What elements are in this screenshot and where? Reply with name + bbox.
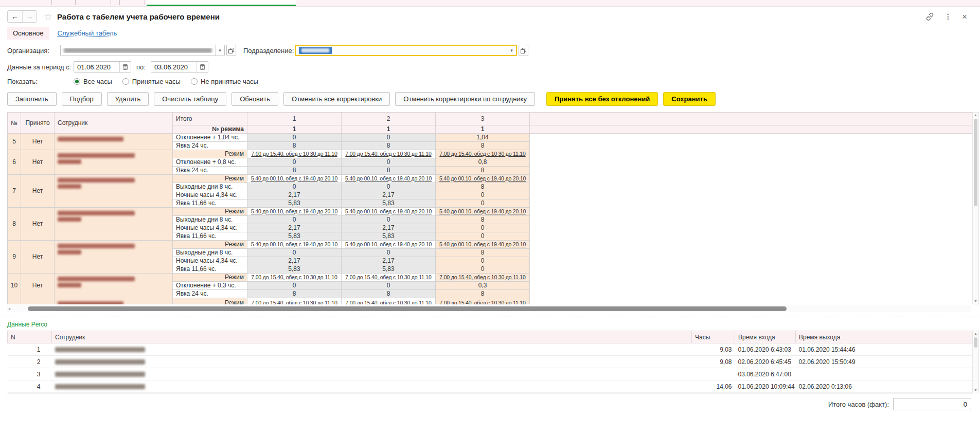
perco-row[interactable]: 414,0601.06.2020 10:09:4402.06.2020 0:13…	[8, 380, 972, 393]
value-cell[interactable]: 0	[436, 265, 530, 274]
perco-time-in-cell[interactable]: 01.06.2020 10:09:44	[735, 380, 796, 393]
organization-combo[interactable]: ▾	[60, 45, 225, 56]
perco-row[interactable]: 29,0802.06.2020 6:45:4502.06.2020 15:50:…	[8, 356, 972, 368]
row-number-cell[interactable]: 10	[8, 274, 21, 298]
perco-time-out-cell[interactable]: 02.06.2020 0:13:06	[796, 380, 972, 393]
value-cell[interactable]: 0	[436, 232, 530, 241]
back-button[interactable]: ←	[8, 11, 22, 22]
chevron-down-icon[interactable]: ▾	[507, 46, 516, 55]
toolbar-button-6[interactable]: Отменить корректировки по сотруднику	[395, 92, 535, 106]
accepted-cell[interactable]	[21, 298, 55, 305]
metric-label-cell[interactable]: Выходные дни 8 чс.	[173, 216, 247, 224]
value-cell[interactable]: 8	[436, 290, 530, 298]
perco-hours-cell[interactable]: 9,08	[692, 356, 735, 368]
metric-label-cell[interactable]: Выходные дни 8 чс.	[173, 183, 247, 191]
forward-button[interactable]: →	[22, 11, 37, 22]
perco-time-out-cell[interactable]	[796, 368, 972, 380]
metric-label-cell[interactable]: Отклонение + 0,8 чс.	[173, 158, 247, 167]
employee-cell[interactable]	[55, 150, 173, 175]
perco-employee-cell[interactable]	[52, 380, 692, 393]
perco-vertical-scrollbar[interactable]: ▲ ▼	[972, 331, 979, 393]
metric-label-cell[interactable]: Явка 11,66 чс.	[173, 199, 247, 208]
mode-value-cell[interactable]: 7.00 до 15.40, обед с 10 30 до 11.10	[247, 150, 342, 158]
mode-value-cell[interactable]: 7.00 до 15.40, обед с 10 30 до 11.10	[342, 298, 436, 305]
radio-option-1[interactable]: Принятые часы	[122, 78, 181, 85]
value-cell[interactable]: 8	[436, 183, 530, 191]
value-cell[interactable]: 8	[436, 249, 530, 257]
value-cell[interactable]: 2,17	[247, 257, 342, 265]
toolbar-button-2[interactable]: Удалить	[107, 92, 149, 106]
value-cell[interactable]: 0,3	[436, 282, 530, 290]
value-cell[interactable]: 8	[247, 167, 342, 175]
perco-row[interactable]: 303.06.2020 6:47:00	[8, 368, 972, 380]
perco-hours-cell[interactable]: 9,03	[692, 343, 735, 356]
scrollbar-thumb[interactable]	[28, 306, 787, 311]
row-number-cell[interactable]: 9	[8, 241, 21, 274]
value-cell[interactable]: 8	[436, 167, 530, 175]
employee-cell[interactable]	[55, 175, 173, 208]
perco-employee-cell[interactable]	[52, 343, 692, 356]
scrollbar-thumb[interactable]	[974, 119, 977, 206]
tab-main[interactable]: Основное	[7, 27, 49, 40]
value-cell[interactable]: 0	[342, 249, 436, 257]
metric-label-cell[interactable]: Выходные дни 8 чс.	[173, 249, 247, 257]
accepted-cell[interactable]: Нет	[21, 241, 55, 274]
perco-time-in-cell[interactable]: 01.06.2020 6:43:03	[735, 343, 796, 356]
perco-employee-cell[interactable]	[52, 356, 692, 368]
metric-label-cell[interactable]: Режим	[173, 150, 247, 158]
perco-employee-cell[interactable]	[52, 368, 692, 380]
close-icon[interactable]: ×	[962, 12, 967, 21]
row-number-cell[interactable]	[8, 298, 21, 305]
mode-value-cell[interactable]: 5.40 до 00.10, обед с 19.40 до 20.10	[342, 175, 436, 183]
organization-open-button[interactable]	[226, 45, 236, 56]
scroll-down-icon[interactable]: ▼	[974, 299, 977, 304]
radio-option-0[interactable]: Все часы	[74, 78, 112, 85]
value-cell[interactable]: 5,83	[247, 199, 342, 208]
mode-value-cell[interactable]: 5.40 до 00.10, обед с 19.40 до 20.10	[247, 241, 342, 249]
department-open-button[interactable]	[519, 45, 528, 56]
mode-value-cell[interactable]: 7.00 до 15.40, обед с 10 30 до 11.10	[247, 298, 342, 305]
row-number-cell[interactable]: 7	[8, 175, 21, 208]
accent-button-0[interactable]: Принять все без отклонений	[546, 92, 658, 106]
metric-label-cell[interactable]: Режим	[173, 298, 247, 305]
timesheet-vertical-scrollbar[interactable]: ▲ ▼	[972, 112, 979, 304]
mode-value-cell[interactable]: 5.40 до 00.10, обед с 19.40 до 20.10	[436, 208, 530, 216]
value-cell[interactable]: 0	[436, 191, 530, 199]
timesheet-horizontal-scrollbar[interactable]: ◂	[7, 305, 971, 312]
value-cell[interactable]: 8	[247, 142, 342, 150]
value-cell[interactable]: 8	[342, 167, 436, 175]
metric-label-cell[interactable]: Ночные часы 4,34 чс.	[173, 257, 247, 265]
value-cell[interactable]: 8	[342, 290, 436, 298]
accent-button-1[interactable]: Сохранить	[663, 92, 716, 106]
value-cell[interactable]: 1,04	[436, 134, 530, 142]
mode-value-cell[interactable]: 7.00 до 15.40, обед с 10 30 до 11.10	[436, 298, 530, 305]
metric-label-cell[interactable]: Явка 11,66 чс.	[173, 265, 247, 274]
metric-label-cell[interactable]: Режим	[173, 208, 247, 216]
metric-label-cell[interactable]: Ночные часы 4,34 чс.	[173, 224, 247, 232]
period-to-input[interactable]	[151, 63, 197, 71]
value-cell[interactable]: 0	[247, 282, 342, 290]
metric-label-cell[interactable]: Явка 24 чс.	[173, 142, 247, 150]
mode-value-cell[interactable]: 7.00 до 15.40, обед с 10 30 до 11.10	[247, 274, 342, 282]
metric-label-cell[interactable]: Явка 24 чс.	[173, 167, 247, 175]
value-cell[interactable]: 0	[342, 216, 436, 224]
value-cell[interactable]: 0	[342, 134, 436, 142]
more-menu-icon[interactable]: ⋮	[945, 13, 952, 20]
value-cell[interactable]: 2,17	[342, 191, 436, 199]
value-cell[interactable]: 5,83	[247, 232, 342, 241]
value-cell[interactable]: 0	[342, 158, 436, 167]
mode-value-cell[interactable]: 5.40 до 00.10, обед с 19.40 до 20.10	[342, 208, 436, 216]
scroll-left-icon[interactable]: ◂	[8, 306, 10, 311]
perco-number-cell[interactable]: 2	[8, 356, 52, 368]
accepted-cell[interactable]: Нет	[21, 175, 55, 208]
row-number-cell[interactable]: 6	[8, 150, 21, 175]
metric-label-cell[interactable]: Явка 24 чс.	[173, 290, 247, 298]
tab-service-timesheet[interactable]: Служебный табель	[58, 27, 117, 40]
value-cell[interactable]: 8	[436, 216, 530, 224]
metric-label-cell[interactable]: Режим	[173, 241, 247, 249]
value-cell[interactable]: 2,17	[342, 257, 436, 265]
value-cell[interactable]: 0	[436, 224, 530, 232]
value-cell[interactable]: 5,83	[342, 232, 436, 241]
row-number-cell[interactable]: 8	[8, 208, 21, 241]
section-splitter[interactable]	[0, 317, 980, 317]
